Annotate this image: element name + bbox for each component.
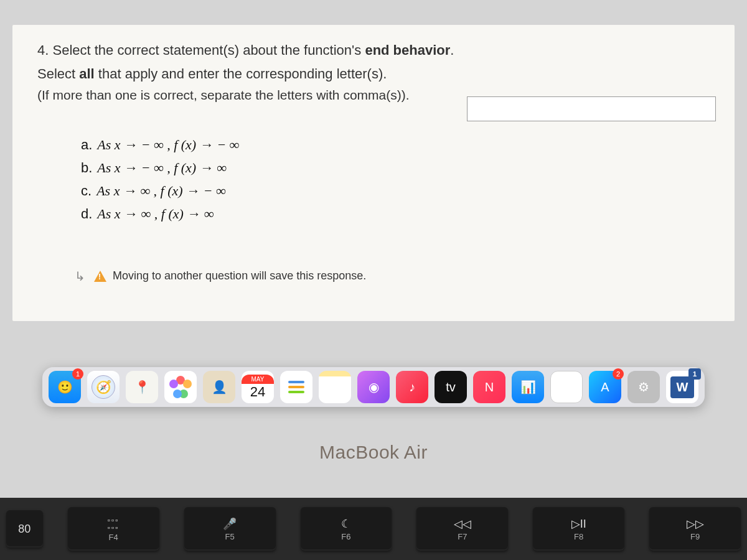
appletv-icon[interactable]: tv [435,371,467,403]
option-a: a.As x → − ∞ , f (x) → − ∞ [81,134,710,156]
maps-icon[interactable]: 📍 [126,371,158,403]
key-f8: ▷II F8 [533,507,624,551]
option-b: b.As x → − ∞ , f (x) → ∞ [81,157,710,179]
key-f7: ◁◁ F7 [416,507,508,551]
warning-icon [94,271,106,282]
answer-input[interactable] [467,96,716,121]
appstore-icon[interactable]: A2 [589,371,621,403]
safari-icon[interactable]: 🧭 [87,371,120,403]
settings-icon[interactable]: ⚙ [627,371,660,403]
option-d: d.As x → ∞ , f (x) → ∞ [81,203,710,225]
laptop-label: MacBook Air [0,442,747,463]
question-number: 4. [37,42,49,58]
key-f4: ▫▫▫▫▫▫ F4 [68,507,159,551]
warning-row: ↳ Moving to another question will save t… [75,269,710,284]
reminders-icon[interactable] [280,371,312,403]
music-icon[interactable]: ♪ [396,371,428,403]
key-f9: ▷▷ F9 [649,507,741,551]
key-f6: ☾ F6 [301,507,392,551]
option-c: c.As x → ∞ , f (x) → − ∞ [81,180,710,202]
keynote-icon[interactable]: 📊 [512,371,544,403]
key-80: 80 [6,510,43,548]
podcasts-icon[interactable]: ◉ [357,371,390,403]
keyboard: 80 ▫▫▫▫▫▫ F4 🎤 F5 ☾ F6 ◁◁ F7 ▷II F8 ▷▷ F… [0,498,747,560]
question-panel: 4. Select the correct statement(s) about… [12,25,735,321]
question-prompt: 4. Select the correct statement(s) about… [37,40,710,60]
word-icon[interactable]: W1 [666,371,698,403]
notes-icon[interactable] [319,371,351,403]
options-list: a.As x → − ∞ , f (x) → − ∞ b.As x → − ∞ … [81,134,710,225]
finder-icon[interactable]: 🙂1 [49,371,81,403]
calendar-icon[interactable]: MAY 24 [242,371,274,403]
contacts-icon[interactable]: 👤 [203,371,235,403]
pages-icon[interactable]: ✎ [550,371,583,403]
photos-icon[interactable] [164,371,197,403]
news-icon[interactable]: N [473,371,505,403]
key-f5: 🎤 F5 [184,507,276,551]
arrow-icon: ↳ [75,269,85,284]
question-instruct: Select all that apply and enter the corr… [37,64,710,84]
warning-text: Moving to another question will save thi… [113,269,366,282]
macos-dock: 🙂1 🧭 📍 👤 MAY 24 ◉ ♪ tv [0,367,747,407]
